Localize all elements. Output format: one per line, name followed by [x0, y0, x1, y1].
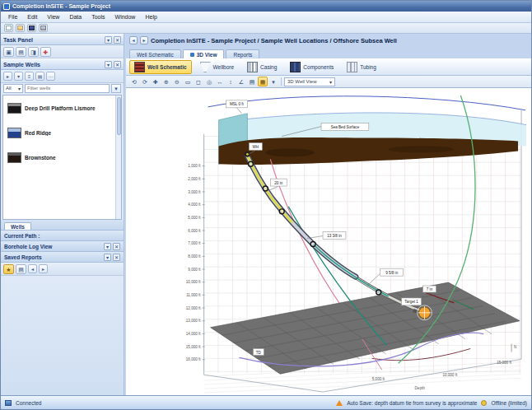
orbit-icon[interactable]: ◎	[204, 77, 214, 86]
more-icon[interactable]: ⋯	[46, 72, 55, 81]
tab-reports[interactable]: Reports	[226, 49, 259, 58]
wells-tab-row: Wells	[1, 220, 124, 231]
svg-text:Target 1: Target 1	[404, 301, 418, 305]
well-list-item[interactable]: Brownstone	[3, 145, 121, 170]
toolbar-button-label: Components	[303, 64, 334, 70]
new-document-icon[interactable]	[4, 24, 13, 32]
print-report-icon[interactable]: ▤	[16, 264, 26, 274]
toolbar-separator	[281, 77, 282, 86]
well-list-item[interactable]: Red Ridge	[3, 120, 121, 145]
menu-item-view[interactable]: View	[43, 13, 63, 21]
components-button[interactable]: Components	[285, 60, 338, 74]
panel-collapse-icon[interactable]: ▾	[105, 36, 112, 44]
saved-reports-header[interactable]: Saved Reports ▾ ✕	[1, 252, 124, 263]
more-options-icon[interactable]: ▾	[268, 77, 278, 86]
menu-item-tools[interactable]: Tools	[87, 13, 109, 21]
panel-close-icon[interactable]: ✕	[114, 36, 121, 44]
depth-tick-label: 3,000 ft	[188, 190, 201, 194]
tubing-button[interactable]: Tubing	[342, 60, 381, 74]
depth-tick-label: 9,000 ft	[188, 268, 201, 272]
row-close-icon[interactable]: ✕	[113, 243, 120, 250]
main-toolbar: Well SchematicWellboreCasingComponentsTu…	[126, 58, 531, 76]
sidebar: Task Panel ▾ ✕ ▣ ▤ ◨ ✚ Sample Wells ▾ ✕ …	[1, 34, 124, 395]
menu-item-window[interactable]: Window	[111, 13, 140, 21]
row-close-icon[interactable]: ✕	[113, 254, 120, 261]
zoom-window-icon[interactable]: ▭	[183, 77, 193, 86]
copy-item-button[interactable]: ◨	[28, 47, 39, 57]
panel-collapse-icon[interactable]: ▾	[105, 61, 112, 68]
menu-item-edit[interactable]: Edit	[23, 13, 41, 21]
zoom-fit-icon[interactable]: ◻	[194, 77, 203, 86]
prev-report-icon[interactable]: ◂	[28, 264, 37, 273]
detail-view-icon[interactable]: ▤	[35, 72, 44, 81]
pan-icon[interactable]: ✚	[151, 77, 161, 86]
menu-item-file[interactable]: File	[4, 13, 21, 21]
depth-tick-label: 10,000 ft	[186, 280, 202, 284]
expand-icon[interactable]: ▸	[3, 72, 12, 81]
layers-icon[interactable]: ▤	[247, 77, 257, 86]
nav-forward-icon[interactable]: ▸	[140, 36, 148, 44]
save-icon[interactable]	[27, 24, 36, 32]
tab-strip: Well Schematic3D ViewReports	[126, 47, 531, 58]
menu-item-help[interactable]: Help	[141, 13, 161, 21]
status-warning-text: Auto Save: depth datum tie from survey i…	[347, 400, 477, 406]
menu-item-data[interactable]: Data	[65, 13, 86, 21]
rotate-left-icon[interactable]: ⟲	[129, 77, 139, 86]
tab-label: 3D View	[197, 52, 217, 58]
tab-well-schematic[interactable]: Well Schematic	[129, 49, 181, 58]
depth-tick-label: 1,000 ft	[188, 164, 201, 168]
well-list-item[interactable]: Deep Drill Platform Lismore	[3, 96, 121, 120]
list-view-icon[interactable]: ≡	[25, 72, 34, 81]
3d-viewport[interactable]: MSL 0 ft Sea Bed Surface WH 20 in 13 3/8…	[126, 88, 531, 395]
casing-13-label: 13 3/8 in	[323, 232, 346, 240]
task-panel-header[interactable]: Task Panel ▾ ✕	[1, 34, 124, 45]
toolbar-button-label: Tubing	[360, 64, 376, 70]
wells-list-scrollbar[interactable]	[115, 96, 121, 219]
wells-panel-header[interactable]: Sample Wells ▾ ✕	[1, 58, 124, 70]
svg-text:10,000 ft: 10,000 ft	[442, 373, 458, 377]
next-report-icon[interactable]: ▸	[39, 264, 48, 273]
title-bar[interactable]: Completion InSITE - Sample Project	[1, 1, 531, 12]
depth-tick-label: 15,000 ft	[186, 345, 202, 349]
well-schematic-button[interactable]: Well Schematic	[129, 60, 192, 74]
collapse-icon[interactable]: ▾	[14, 72, 23, 81]
depth-axis-title: Depth	[415, 386, 426, 390]
scrollbar-thumb[interactable]	[117, 97, 121, 135]
print-icon[interactable]	[39, 24, 48, 32]
wellhead-label: WH	[249, 142, 262, 150]
view-mode-select[interactable]: 3D Well View ▾	[284, 77, 335, 86]
row-expand-icon[interactable]: ▾	[104, 243, 111, 250]
filter-scope-select[interactable]: All ▾	[3, 84, 23, 93]
zoom-in-icon[interactable]: ⊕	[161, 77, 171, 86]
tab-wells[interactable]: Wells	[4, 222, 31, 230]
new-item-button[interactable]: ▣	[3, 47, 14, 57]
row-expand-icon[interactable]: ▾	[104, 254, 111, 261]
task-panel-toolbar: ▣ ▤ ◨ ✚	[1, 45, 124, 58]
nav-back-icon[interactable]: ◂	[129, 36, 138, 44]
open-item-button[interactable]: ▤	[16, 47, 26, 57]
open-folder-icon[interactable]	[16, 24, 25, 32]
angle-icon[interactable]: ∠	[236, 77, 246, 86]
view-toolbar: ⟲⟳✚⊕⊖▭◻◎↔↕∠▤▦▾ 3D Well View ▾	[126, 76, 531, 88]
panel-close-icon[interactable]: ✕	[114, 61, 121, 68]
wellbore-button[interactable]: Wellbore	[195, 60, 240, 74]
seabed-texture	[265, 148, 315, 156]
borehole-log-label: Borehole Log View	[4, 244, 102, 249]
stretch-v-icon[interactable]: ↕	[226, 77, 236, 86]
stretch-h-icon[interactable]: ↔	[215, 77, 225, 86]
labels-icon[interactable]: ▦	[258, 77, 268, 86]
zoom-out-icon[interactable]: ⊖	[172, 77, 182, 86]
favorite-report-icon[interactable]: ★	[3, 264, 14, 274]
td-label: TD	[253, 348, 264, 355]
casing-button[interactable]: Casing	[242, 60, 282, 74]
delete-item-button[interactable]: ✚	[40, 47, 51, 57]
sidebar-filler	[1, 276, 124, 395]
tab-3d-view[interactable]: 3D View	[183, 49, 225, 58]
wells-filter-input[interactable]	[25, 84, 110, 93]
rotate-right-icon[interactable]: ⟳	[140, 77, 150, 86]
borehole-log-row[interactable]: Borehole Log View ▾ ✕	[1, 241, 124, 252]
depth-tick-label: 11,000 ft	[186, 293, 201, 297]
filter-funnel-icon[interactable]: ▼	[111, 84, 121, 93]
svg-text:7 in: 7 in	[427, 287, 433, 291]
schematic-icon	[134, 62, 145, 72]
